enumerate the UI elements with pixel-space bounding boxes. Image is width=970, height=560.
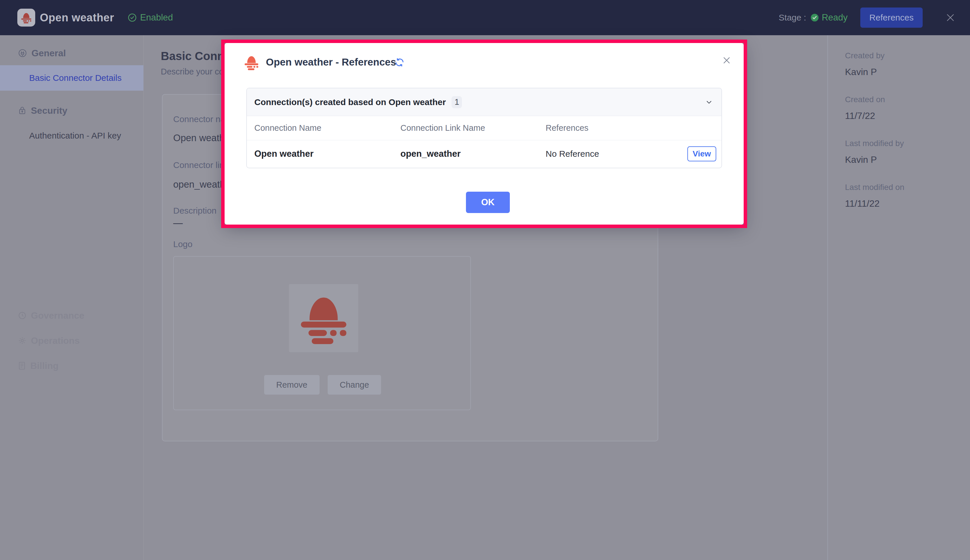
cell-connection-name: Open weather bbox=[254, 149, 400, 159]
connections-count-badge: 1 bbox=[452, 96, 462, 108]
references-button[interactable]: References bbox=[860, 8, 923, 28]
sidebar-item-authentication-api-key-label: Authentication - API key bbox=[29, 131, 121, 141]
status-badge-label: Enabled bbox=[140, 12, 173, 23]
status-badge-enabled: Enabled bbox=[127, 12, 173, 23]
sidebar-section-security-label: Security bbox=[31, 105, 67, 116]
cell-connection-link-name: open_weather bbox=[400, 149, 546, 159]
created-by-label: Created by bbox=[845, 51, 885, 60]
governance-icon bbox=[18, 311, 27, 320]
connector-name-value: Open weather bbox=[173, 132, 233, 143]
sidebar-item-authentication-api-key[interactable]: Authentication - API key bbox=[0, 123, 143, 148]
logo-preview bbox=[289, 284, 358, 352]
circle-check-icon bbox=[127, 13, 137, 23]
stage-value: Ready bbox=[822, 12, 848, 23]
window-close-icon[interactable] bbox=[945, 12, 955, 23]
sunset-logo-icon bbox=[20, 12, 32, 23]
plug-circle-icon bbox=[18, 48, 27, 58]
last-modified-by-label: Last modified by bbox=[845, 139, 904, 148]
sidebar-section-security: Security bbox=[0, 98, 143, 123]
sidebar-section-operations: Operations bbox=[0, 328, 143, 353]
logo-upload-box: Remove Change bbox=[173, 256, 471, 410]
connections-table: Connection(s) created based on Open weat… bbox=[246, 88, 722, 168]
sidebar-section-billing-label: Billing bbox=[30, 360, 58, 371]
view-button[interactable]: View bbox=[687, 147, 716, 162]
sidebar-section-governance-label: Governance bbox=[31, 310, 84, 321]
topbar: Open weather Enabled Stage : Ready Refer… bbox=[0, 0, 970, 35]
refresh-icon[interactable] bbox=[395, 57, 405, 67]
modal-close-icon[interactable] bbox=[722, 56, 731, 65]
billing-document-icon bbox=[18, 362, 26, 370]
column-header-connection-name: Connection Name bbox=[254, 123, 400, 133]
references-modal: Open weather - References Connection(s) … bbox=[225, 43, 744, 225]
connections-accordion-label: Connection(s) created based on Open weat… bbox=[254, 97, 446, 107]
last-modified-on-label: Last modified on bbox=[845, 183, 904, 192]
table-header-row: Connection Name Connection Link Name Ref… bbox=[247, 116, 722, 140]
sidebar-section-governance: Governance bbox=[0, 303, 143, 328]
modal-title: Open weather - References bbox=[266, 56, 396, 68]
created-on-label: Created on bbox=[845, 95, 885, 104]
ok-button[interactable]: OK bbox=[466, 192, 510, 213]
filled-check-icon bbox=[810, 13, 819, 22]
connections-accordion-header[interactable]: Connection(s) created based on Open weat… bbox=[247, 88, 722, 116]
lock-icon bbox=[18, 106, 27, 115]
sidebar: General Basic Connector Details Security… bbox=[0, 35, 143, 560]
table-row: Open weather open_weather No Reference V… bbox=[247, 140, 722, 167]
sidebar-section-general: General bbox=[0, 40, 143, 66]
last-modified-by-value: Kavin P bbox=[845, 155, 877, 165]
last-modified-on-value: 11/11/22 bbox=[845, 198, 880, 209]
page-title: Open weather bbox=[40, 12, 114, 24]
logo-label: Logo bbox=[173, 239, 193, 249]
change-logo-button[interactable]: Change bbox=[328, 375, 382, 395]
sidebar-section-operations-label: Operations bbox=[31, 335, 80, 346]
gear-icon bbox=[18, 336, 27, 345]
description-value: — bbox=[173, 217, 183, 228]
sidebar-section-billing: Billing bbox=[0, 353, 143, 378]
sidebar-item-basic-connector-details-label: Basic Connector Details bbox=[29, 73, 122, 83]
description-label: Description bbox=[173, 206, 217, 216]
details-panel: Created by Kavin P Created on 11/7/22 La… bbox=[827, 35, 970, 560]
sunset-logo-icon-large bbox=[298, 292, 350, 344]
created-by-value: Kavin P bbox=[845, 67, 877, 77]
sidebar-section-general-label: General bbox=[32, 48, 66, 58]
column-header-connection-link-name: Connection Link Name bbox=[400, 123, 546, 133]
sunset-logo-icon-modal bbox=[244, 55, 259, 70]
remove-logo-button[interactable]: Remove bbox=[264, 375, 320, 395]
stage-value-badge: Ready bbox=[810, 12, 848, 23]
sidebar-item-basic-connector-details[interactable]: Basic Connector Details bbox=[0, 65, 143, 91]
stage-label: Stage : bbox=[778, 13, 806, 23]
chevron-down-icon[interactable] bbox=[705, 98, 713, 107]
created-on-value: 11/7/22 bbox=[845, 110, 875, 121]
app-logo-tile bbox=[17, 9, 35, 27]
column-header-references: References bbox=[546, 123, 722, 133]
